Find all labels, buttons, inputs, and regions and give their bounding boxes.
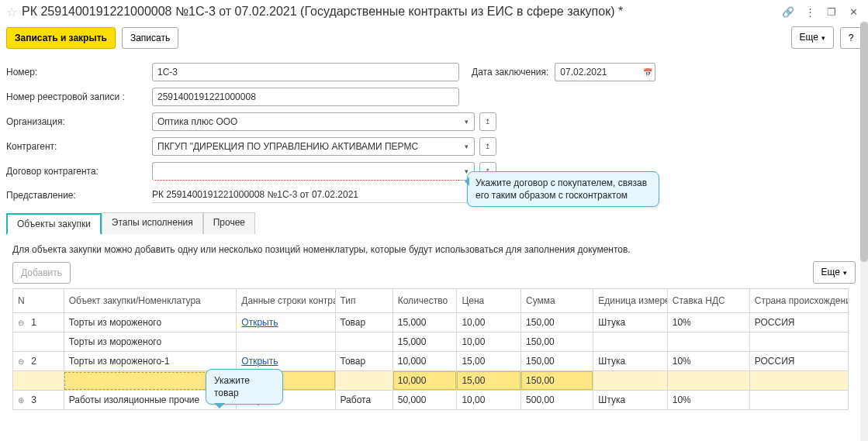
table-cell[interactable]: Открыть [237,313,335,332]
table-cell[interactable]: 10,00 [457,391,521,410]
table-cell[interactable]: 50,000 [393,391,457,410]
table-cell[interactable] [749,391,848,410]
table-cell[interactable]: 15,00 [457,371,521,391]
table-cell[interactable]: Штука [593,313,667,332]
table-cell[interactable]: 10% [667,313,749,332]
organization-label: Организация: [6,116,146,127]
table-row[interactable]: ⊖ 1Торты из мороженогоОткрытьТовар15,000… [13,313,849,332]
counterparty-field[interactable]: ПКГУП "ДИРЕКЦИЯ ПО УПРАВЛЕНИЮ АКТИВАМИ П… [152,137,459,156]
table-cell[interactable]: ⊖ 2 [13,352,64,371]
dropdown-icon[interactable]: ▾ [459,112,475,131]
table-cell[interactable] [13,371,64,391]
col-vat[interactable]: Ставка НДС [667,289,749,313]
table-row[interactable]: ⊕ 3Работы изоляционные прочиеОткрытьРабо… [13,391,849,410]
expand-icon[interactable]: ⊖ [18,357,29,366]
scrollbar-thumb[interactable] [860,22,868,262]
expand-icon[interactable]: ⊕ [18,396,29,405]
tab-stages[interactable]: Этапы исполнения [102,212,203,234]
table-cell[interactable] [749,371,848,391]
table-cell[interactable]: Товар [335,352,393,371]
table-cell[interactable] [593,371,667,391]
vertical-scrollbar[interactable] [860,22,868,441]
table-cell[interactable] [667,371,749,391]
table-cell[interactable] [237,332,335,352]
col-n[interactable]: N [13,289,64,313]
contract-label: Договор контрагента: [6,166,146,177]
table-cell[interactable]: Торты из мороженого-1 [64,352,237,371]
table-cell[interactable]: Товар [335,313,393,332]
table-cell[interactable]: 10% [667,391,749,410]
callout-product-hint: Укажите товар [206,369,283,405]
representation-value: РК 2591400191221000008 №1С-3 от 07.02.20… [152,187,503,203]
link-icon[interactable]: 🔗 [780,3,797,20]
table-cell[interactable]: РОССИЯ [749,352,848,371]
table-cell[interactable] [335,371,393,391]
help-button[interactable]: ? [840,27,862,49]
dropdown-icon[interactable]: ▾ [459,137,475,156]
contract-field[interactable] [152,162,459,181]
table-cell[interactable]: 10,000 [393,371,457,391]
reg-number-label: Номер реестровой записи : [6,91,146,102]
table-cell[interactable]: 15,000 [393,313,457,332]
reg-number-field[interactable]: 2591400191221000008 [152,88,459,106]
col-sum[interactable]: Сумма [521,289,593,313]
table-cell[interactable] [749,332,848,352]
open-link[interactable]: Открыть [241,356,278,367]
table-cell[interactable]: 15,000 [393,332,457,352]
open-ref-icon[interactable]: ↥ [479,137,496,156]
organization-field[interactable]: Оптика плюс ООО [152,112,459,131]
table-cell[interactable] [335,332,393,352]
table-cell[interactable] [593,332,667,352]
callout-contract-hint: Укажите договор с покупателем, связав ег… [467,171,659,207]
col-unit[interactable]: Единица измерения [593,289,667,313]
menu-dots-icon[interactable]: ⋮ [801,3,818,20]
add-button[interactable]: Добавить [12,262,71,284]
table-row[interactable]: ⊖ 2Торты из мороженого-1ОткрытьТовар10,0… [13,352,849,371]
table-cell[interactable]: 150,00 [521,332,593,352]
table-cell[interactable]: Открыть [237,352,335,371]
table-cell[interactable]: Работа [335,391,393,410]
save-button[interactable]: Записать [122,27,178,49]
table-cell[interactable]: Штука [593,352,667,371]
expand-icon[interactable]: ⊖ [18,319,29,327]
table-cell[interactable]: 150,00 [521,371,593,391]
date-field[interactable]: 07.02.2021 [555,63,640,81]
table-cell[interactable]: 15,00 [457,352,521,371]
table-row[interactable]: Торты из мороженого15,00010,00150,00 [13,332,849,352]
window-restore-icon[interactable]: ❐ [823,3,840,20]
table-more-button[interactable]: Еще [813,261,856,284]
window-close-icon[interactable]: ✕ [845,3,862,20]
table-cell[interactable]: Штука [593,391,667,410]
table-cell[interactable]: РОССИЯ [749,313,848,332]
open-ref-icon[interactable]: ↥ [479,112,496,131]
table-cell[interactable]: Торты из мороженого [64,332,237,352]
tab-objects[interactable]: Объекты закупки [6,213,102,235]
number-field[interactable]: 1С-3 [152,63,459,81]
table-cell[interactable]: 10,000 [393,352,457,371]
table-cell[interactable]: 10% [667,352,749,371]
tab-other[interactable]: Прочее [203,212,255,234]
col-type[interactable]: Тип [335,289,393,313]
col-country[interactable]: Страна происхождения [749,289,848,313]
table-row[interactable]: 10,00015,00150,00 [13,371,849,391]
table-header-row: N Объект закупки/Номенклатура Данные стр… [13,289,849,313]
table-cell[interactable]: 10,00 [457,332,521,352]
col-object[interactable]: Объект закупки/Номенклатура [64,289,237,313]
table-cell[interactable]: 500,00 [521,391,593,410]
table-cell[interactable]: 150,00 [521,313,593,332]
save-and-close-button[interactable]: Записать и закрыть [6,27,116,49]
table-cell[interactable]: ⊖ 1 [13,313,64,332]
table-cell[interactable] [667,332,749,352]
table-cell[interactable] [13,332,64,352]
col-contract-data[interactable]: Данные строки контракта [237,289,335,313]
table-cell[interactable]: ⊕ 3 [13,391,64,410]
table-cell[interactable]: 150,00 [521,352,593,371]
more-button[interactable]: Еще [791,26,834,49]
favorite-star-icon[interactable]: ☆ [6,5,17,19]
table-cell[interactable]: 10,00 [457,313,521,332]
table-cell[interactable]: Торты из мороженого [64,313,237,332]
col-qty[interactable]: Количество [393,289,457,313]
col-price[interactable]: Цена [457,289,521,313]
calendar-icon[interactable] [640,63,655,81]
open-link[interactable]: Открыть [241,317,278,328]
